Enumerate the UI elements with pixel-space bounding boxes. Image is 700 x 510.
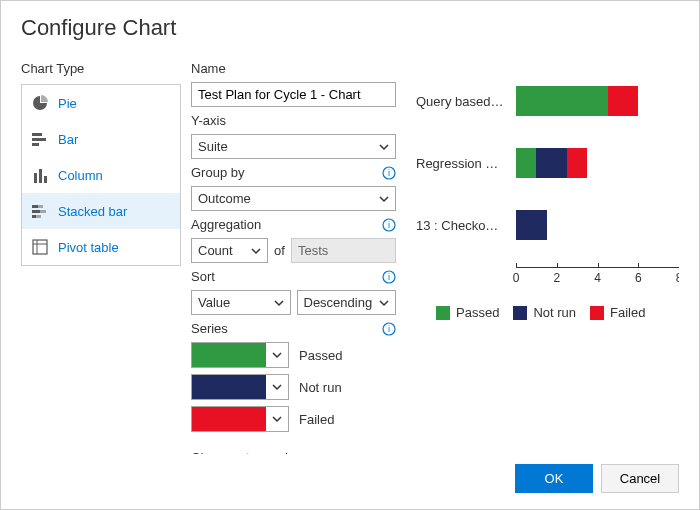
aggregation-label: Aggregation [191, 217, 261, 232]
legend-swatch [513, 306, 527, 320]
sort-dir-select[interactable]: Descending [297, 290, 397, 315]
sort-by-select[interactable]: Value [191, 290, 291, 315]
legend-item: Not run [513, 305, 576, 320]
cancel-button[interactable]: Cancel [601, 464, 679, 493]
configure-chart-dialog: Configure Chart Chart Type Pie Bar [1, 1, 699, 509]
chart-legend: PassedNot runFailed [436, 305, 679, 320]
svg-text:i: i [388, 220, 390, 230]
bar-category-label: Query based… [416, 94, 516, 109]
aggregation-of-label: of [274, 243, 285, 258]
dialog-title: Configure Chart [21, 15, 679, 41]
name-label: Name [191, 61, 396, 76]
legend-item: Passed [436, 305, 499, 320]
chart-type-column[interactable]: Column [22, 157, 180, 193]
dialog-footer: OK Cancel [21, 454, 679, 493]
groupby-value: Outcome [198, 191, 251, 206]
yaxis-select[interactable]: Suite [191, 134, 396, 159]
legend-swatch [436, 306, 450, 320]
settings-form: Name Y-axis Suite Group by i Outcome Agg… [191, 61, 396, 454]
chart-preview: Query based…Regression …13 : Checko…0246… [406, 61, 679, 454]
chart-type-sidebar: Chart Type Pie Bar [21, 61, 181, 454]
bar-category-label: Regression … [416, 156, 516, 171]
series-item: Passed [191, 342, 396, 368]
series-name: Not run [299, 380, 342, 395]
chevron-down-icon [274, 298, 284, 308]
bar-segment [516, 210, 547, 240]
info-icon[interactable]: i [382, 218, 396, 232]
series-name: Passed [299, 348, 342, 363]
groupby-label: Group by [191, 165, 244, 180]
bar-segment [567, 148, 587, 178]
chevron-down-icon [379, 194, 389, 204]
color-swatch [192, 375, 266, 399]
info-icon[interactable]: i [382, 270, 396, 284]
tick-label: 8 [676, 271, 679, 285]
chart-type-pie[interactable]: Pie [22, 85, 180, 121]
bar-category-label: 13 : Checko… [416, 218, 516, 233]
series-color-select[interactable] [191, 406, 289, 432]
series-list: PassedNot runFailed [191, 342, 396, 438]
bar-segment [608, 86, 639, 116]
chevron-down-icon [266, 350, 288, 360]
bar-row: 13 : Checko… [416, 205, 679, 245]
chevron-down-icon [266, 414, 288, 424]
bar-icon [32, 131, 48, 147]
chart-area: Query based…Regression …13 : Checko…0246… [416, 81, 679, 291]
sort-dir-value: Descending [304, 295, 373, 310]
svg-rect-6 [32, 205, 38, 208]
legend-swatch [590, 306, 604, 320]
legend-label: Failed [610, 305, 645, 320]
bar-container [516, 148, 679, 178]
bar-row: Query based… [416, 81, 679, 121]
chart-type-pivot-table[interactable]: Pivot table [22, 229, 180, 265]
chevron-down-icon [379, 298, 389, 308]
series-item: Not run [191, 374, 396, 400]
chart-type-label: Bar [58, 132, 78, 147]
chart-type-list: Pie Bar Column [21, 84, 181, 266]
series-color-select[interactable] [191, 342, 289, 368]
svg-rect-11 [36, 215, 41, 218]
sort-by-value: Value [198, 295, 230, 310]
chart-type-label: Pie [58, 96, 77, 111]
svg-text:i: i [388, 272, 390, 282]
svg-rect-1 [32, 138, 46, 141]
svg-rect-10 [32, 215, 36, 218]
bar-container [516, 210, 679, 240]
bar-segment [516, 86, 608, 116]
x-axis: 02468 [516, 267, 679, 287]
color-swatch [192, 343, 266, 367]
chart-type-label: Pivot table [58, 240, 119, 255]
svg-rect-12 [33, 240, 47, 254]
aggregation-field-readonly: Tests [291, 238, 396, 263]
legend-label: Passed [456, 305, 499, 320]
chevron-down-icon [266, 382, 288, 392]
series-color-select[interactable] [191, 374, 289, 400]
chart-type-bar[interactable]: Bar [22, 121, 180, 157]
series-item: Failed [191, 406, 396, 432]
legend-item: Failed [590, 305, 645, 320]
chart-type-label: Stacked bar [58, 204, 127, 219]
ok-button[interactable]: OK [515, 464, 593, 493]
chevron-down-icon [251, 246, 261, 256]
svg-rect-3 [34, 173, 37, 183]
bar-container [516, 86, 679, 116]
chevron-down-icon [379, 142, 389, 152]
yaxis-value: Suite [198, 139, 228, 154]
chart-type-stacked-bar[interactable]: Stacked bar [22, 193, 180, 229]
tick-label: 0 [513, 271, 520, 285]
svg-rect-8 [32, 210, 40, 213]
main-content: Chart Type Pie Bar [21, 61, 679, 454]
svg-rect-9 [40, 210, 46, 213]
svg-rect-2 [32, 143, 39, 146]
info-icon[interactable]: i [382, 322, 396, 336]
color-swatch [192, 407, 266, 431]
bar-row: Regression … [416, 143, 679, 183]
aggregation-select[interactable]: Count [191, 238, 268, 263]
info-icon[interactable]: i [382, 166, 396, 180]
tick-label: 6 [635, 271, 642, 285]
svg-text:i: i [388, 324, 390, 334]
series-name: Failed [299, 412, 334, 427]
groupby-select[interactable]: Outcome [191, 186, 396, 211]
stacked-bar-icon [32, 203, 48, 219]
name-input[interactable] [191, 82, 396, 107]
